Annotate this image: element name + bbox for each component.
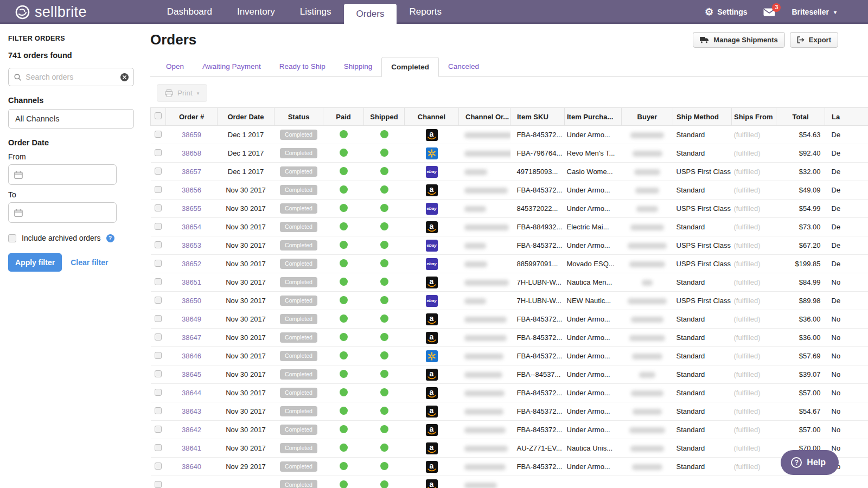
col-channel-order[interactable]: Channel Or...: [459, 108, 510, 126]
order-number-link[interactable]: 38644: [182, 389, 201, 397]
item-sku: FBA-845372...: [510, 181, 565, 200]
tab-canceled[interactable]: Canceled: [439, 57, 488, 77]
nav-item-reports[interactable]: Reports: [397, 0, 454, 24]
tab-ready-to-ship[interactable]: Ready to Ship: [270, 57, 335, 77]
col-shipped[interactable]: Shipped: [364, 108, 405, 126]
clear-search-icon[interactable]: [120, 73, 129, 81]
row-checkbox[interactable]: [155, 481, 162, 488]
order-number-link[interactable]: 38647: [182, 333, 201, 342]
col-status[interactable]: Status: [275, 108, 323, 126]
last-col-value: De: [825, 163, 868, 181]
order-total: $67.20: [776, 236, 825, 255]
last-col-value: De: [825, 200, 868, 218]
buyer-redacted: [631, 317, 663, 323]
col-order-number[interactable]: Order #: [166, 108, 218, 126]
row-checkbox[interactable]: [155, 297, 162, 304]
row-checkbox[interactable]: [155, 315, 162, 322]
messages-button[interactable]: 3: [763, 8, 775, 16]
col-ship-method[interactable]: Ship Method: [673, 108, 732, 126]
col-channel[interactable]: Channel: [405, 108, 459, 126]
order-number-link[interactable]: 38653: [182, 241, 201, 249]
col-paid[interactable]: Paid: [323, 108, 364, 126]
row-checkbox[interactable]: [155, 223, 162, 230]
row-checkbox[interactable]: [155, 149, 162, 156]
order-number-link[interactable]: 38649: [182, 315, 201, 323]
row-checkbox[interactable]: [155, 186, 162, 193]
col-order-date[interactable]: Order Date: [218, 108, 275, 126]
row-checkbox[interactable]: [155, 131, 162, 138]
tab-awaiting-payment[interactable]: Awaiting Payment: [193, 57, 270, 77]
order-date: Nov 30 2017: [218, 439, 275, 458]
settings-button[interactable]: ⚙ Settings: [705, 7, 747, 17]
order-number-link[interactable]: 38651: [182, 278, 201, 286]
col-item-purchased[interactable]: Item Purcha...: [565, 108, 622, 126]
order-number-link[interactable]: 38652: [182, 260, 201, 268]
order-number-link[interactable]: 38657: [182, 168, 201, 176]
order-number-link[interactable]: 38640: [182, 463, 201, 471]
row-checkbox[interactable]: [155, 389, 162, 396]
account-menu[interactable]: Briteseller ▾: [792, 8, 837, 16]
item-purchased: Under Armo...: [565, 310, 622, 329]
order-number-link[interactable]: 38654: [182, 223, 201, 231]
print-button[interactable]: Print ▾: [157, 84, 207, 102]
row-checkbox[interactable]: [155, 168, 162, 175]
date-from-input[interactable]: [8, 164, 117, 185]
ships-from: (fulfilled): [732, 292, 776, 310]
row-checkbox[interactable]: [155, 444, 162, 451]
item-purchased: Under Armo...: [565, 236, 622, 255]
row-checkbox[interactable]: [155, 370, 162, 377]
row-checkbox[interactable]: [155, 407, 162, 414]
row-checkbox[interactable]: [155, 278, 162, 285]
order-number-link[interactable]: 38641: [182, 444, 201, 452]
nav-item-orders[interactable]: Orders: [344, 4, 397, 24]
order-number-link[interactable]: 38655: [182, 204, 201, 213]
order-number-link[interactable]: 38642: [182, 426, 201, 434]
clear-filter-link[interactable]: Clear filter: [71, 258, 108, 267]
row-checkbox[interactable]: [155, 260, 162, 267]
order-number-link[interactable]: 38650: [182, 297, 201, 305]
row-checkbox[interactable]: [155, 204, 162, 211]
include-archived-checkbox[interactable]: [8, 234, 16, 242]
select-all-checkbox[interactable]: [155, 112, 162, 119]
order-number-link[interactable]: 38646: [182, 352, 201, 360]
help-tooltip-icon[interactable]: ?: [106, 234, 114, 242]
tab-shipping[interactable]: Shipping: [335, 57, 382, 77]
order-number-link[interactable]: 38656: [182, 186, 201, 194]
tab-open[interactable]: Open: [157, 57, 193, 77]
row-checkbox[interactable]: [155, 333, 162, 341]
table-row: 38654Nov 30 2017CompletedaFBA-884932...E…: [151, 218, 868, 236]
nav-item-listings[interactable]: Listings: [288, 0, 344, 24]
nav-item-inventory[interactable]: Inventory: [225, 0, 288, 24]
order-number-link[interactable]: 38659: [182, 131, 201, 139]
table-row: 38644Nov 30 2017CompletedaFBA-845372...U…: [151, 384, 868, 402]
row-checkbox[interactable]: [155, 241, 162, 248]
order-total: $49.09: [776, 181, 825, 200]
help-button[interactable]: ? Help: [781, 450, 839, 475]
manage-shipments-button[interactable]: Manage Shipments: [693, 32, 784, 48]
order-number-link[interactable]: 38643: [182, 407, 201, 415]
order-number-link[interactable]: 38658: [182, 149, 201, 157]
col-buyer[interactable]: Buyer: [622, 108, 673, 126]
amazon-channel-icon: a: [426, 479, 438, 488]
apply-filter-button[interactable]: Apply filter: [8, 253, 62, 272]
search-input[interactable]: [25, 73, 117, 81]
sellbrite-logo[interactable]: sellbrite: [15, 0, 87, 24]
col-total[interactable]: Total: [776, 108, 825, 126]
channels-select[interactable]: All Channels: [8, 109, 134, 129]
export-button[interactable]: Export: [790, 32, 838, 48]
date-to-input[interactable]: [8, 202, 117, 223]
table-row: 38647Nov 30 2017CompletedaFBA-845372...U…: [151, 329, 868, 347]
shipped-indicator: [380, 425, 388, 433]
shipped-indicator: [380, 185, 388, 194]
tab-completed[interactable]: Completed: [381, 57, 439, 77]
item-purchased: Under Armo...: [565, 421, 622, 439]
item-purchased: Under Armo...: [565, 347, 622, 365]
row-checkbox[interactable]: [155, 352, 162, 359]
row-checkbox[interactable]: [155, 426, 162, 433]
nav-item-dashboard[interactable]: Dashboard: [155, 0, 225, 24]
order-number-link[interactable]: 38645: [182, 370, 201, 378]
col-item-sku[interactable]: Item SKU: [510, 108, 565, 126]
col-ships-from[interactable]: Ships From: [732, 108, 776, 126]
row-checkbox[interactable]: [155, 463, 162, 470]
col-last[interactable]: La: [825, 108, 868, 126]
